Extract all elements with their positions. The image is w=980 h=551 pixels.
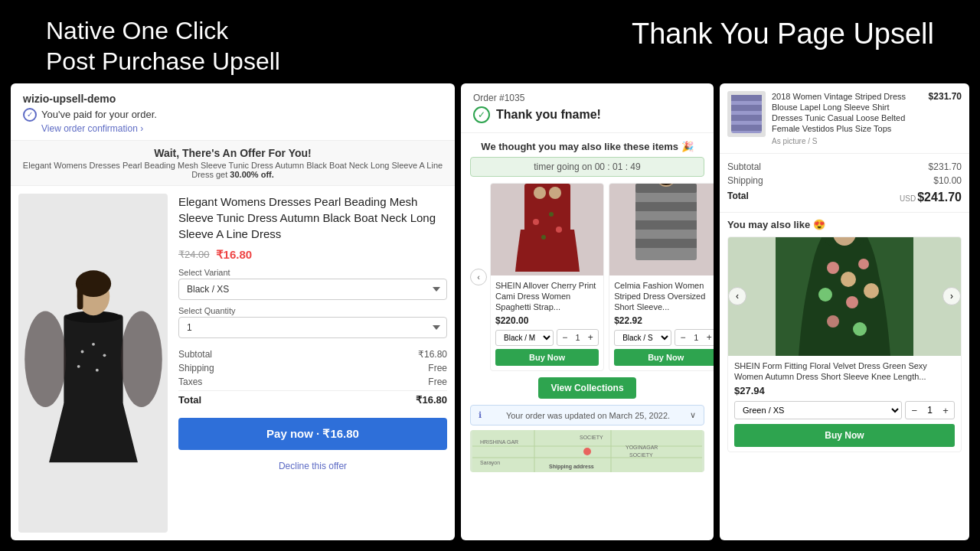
summary-product-variant: As picture / S xyxy=(772,137,923,145)
variant-label: Select Variant xyxy=(178,268,447,277)
svg-point-51 xyxy=(853,322,867,336)
upsell-next-arrow[interactable]: › xyxy=(942,287,961,305)
subtotal-label: Subtotal xyxy=(178,349,212,360)
product2-qty-plus[interactable]: + xyxy=(701,330,714,345)
map-svg: HRISHINA GAR SOCIETY YOGINAGAR SOCIETY S… xyxy=(472,430,702,472)
upsell-section: We thought you may also like these items… xyxy=(461,133,714,540)
summary-product-row: 2018 Women Vintage Striped Dress Blouse … xyxy=(720,83,969,154)
products-grid: SHEIN Allover Cherry Print Cami Dress Wo… xyxy=(490,183,714,372)
variant-group: Select Variant Black / XS Black / S Blac… xyxy=(178,268,447,300)
svg-text:Shipping address: Shipping address xyxy=(549,464,594,470)
floral-dress-svg xyxy=(728,237,961,356)
svg-point-11 xyxy=(95,369,98,372)
svg-point-17 xyxy=(556,227,562,233)
shipping-label: Shipping xyxy=(178,363,214,373)
product1-variant-select[interactable]: Black / M xyxy=(495,330,554,346)
upsell-product-name: SHEIN Form Fitting Floral Velvet Dress G… xyxy=(734,360,955,383)
totals: Subtotal ₹16.80 Shipping Free Taxes Free… xyxy=(178,347,447,407)
taxes-label: Taxes xyxy=(178,377,202,387)
product2-qty-val: 1 xyxy=(691,333,701,342)
variant-select[interactable]: Black / XS Black / S Black / M xyxy=(178,279,447,300)
summary-product-img xyxy=(727,91,766,137)
summary-subtotal-label: Subtotal xyxy=(727,161,761,172)
svg-point-50 xyxy=(827,315,839,328)
paid-row: ✓ You've paid for your order. xyxy=(23,108,443,122)
carousel-prev-btn[interactable]: ‹ xyxy=(470,269,487,285)
offer-title: Wait, There's An Offer For You! xyxy=(20,147,446,159)
svg-rect-28 xyxy=(472,457,702,458)
order-check-icon: ✓ xyxy=(473,106,490,123)
quantity-label: Select Quantity xyxy=(178,306,447,315)
product2-qty-control: − 1 + xyxy=(675,329,714,346)
svg-point-49 xyxy=(864,283,879,298)
svg-point-10 xyxy=(77,365,80,368)
product2-variant-select[interactable]: Black / S xyxy=(614,330,671,346)
shipping-value: Free xyxy=(428,363,447,373)
taxes-row: Taxes Free xyxy=(178,375,447,389)
svg-text:YOGINAGAR: YOGINAGAR xyxy=(626,445,658,450)
upsell-qty-plus[interactable]: + xyxy=(937,402,954,419)
svg-point-44 xyxy=(827,262,839,274)
shipping-row: Shipping Free xyxy=(178,361,447,375)
product1-qty-val: 1 xyxy=(573,333,583,342)
upsell-qty-minus[interactable]: − xyxy=(906,402,923,419)
expand-icon[interactable]: ∨ xyxy=(690,410,696,420)
upsell-buy-now-btn[interactable]: Buy Now xyxy=(734,424,955,447)
svg-rect-27 xyxy=(472,445,702,447)
pay-now-button[interactable]: Pay now · ₹16.80 xyxy=(178,418,447,450)
product1-buy-btn[interactable]: Buy Now xyxy=(495,349,599,366)
map-placeholder: HRISHINA GAR SOCIETY YOGINAGAR SOCIETY S… xyxy=(470,430,704,472)
paid-text: You've paid for your order. xyxy=(41,109,157,120)
total-row: Total ₹16.80 xyxy=(178,390,447,407)
summary-shipping-row: Shipping $10.00 xyxy=(727,174,962,187)
svg-rect-23 xyxy=(635,239,697,248)
paid-check-icon: ✓ xyxy=(23,108,37,122)
dress-img-1 xyxy=(509,184,586,276)
header-left: Native One Click Post Purchase Upsell xyxy=(46,15,280,76)
svg-rect-40 xyxy=(731,105,762,111)
svg-rect-29 xyxy=(534,430,535,472)
total-amount: $241.70 xyxy=(917,191,962,204)
timer-bar: timer going on 00 : 01 : 49 xyxy=(470,157,704,177)
svg-text:HRISHINA GAR: HRISHINA GAR xyxy=(480,439,518,445)
upsell-product-card-main: ‹ › SHEIN Form Fitting Floral Velvet Dre… xyxy=(727,236,962,453)
upsell-product-card-2: Celmia Fashion Women Striped Dress Overs… xyxy=(609,183,714,372)
product1-qty-minus[interactable]: − xyxy=(557,330,573,345)
upsell-prev-arrow[interactable]: ‹ xyxy=(728,287,746,305)
svg-rect-22 xyxy=(635,220,697,230)
quantity-select[interactable]: 1 2 3 xyxy=(178,317,447,338)
product2-buy-btn[interactable]: Buy Now xyxy=(614,349,714,366)
summary-shipping-label: Shipping xyxy=(727,175,763,186)
product-card-info-1: SHEIN Allover Cherry Print Cami Dress Wo… xyxy=(491,276,603,371)
svg-rect-30 xyxy=(610,430,612,472)
product1-qty-control: − 1 + xyxy=(557,329,599,346)
svg-rect-6 xyxy=(77,284,83,310)
upsell-qty-val: 1 xyxy=(923,405,937,416)
view-order-link[interactable]: View order confirmation › xyxy=(41,123,443,134)
product-card-price-2: $22.92 xyxy=(614,315,714,326)
decline-link[interactable]: Decline this offer xyxy=(178,461,447,471)
variant-qty-row-1: Black / M − 1 + xyxy=(495,329,599,346)
panel-body: Elegant Womens Dresses Pearl Beading Mes… xyxy=(11,186,455,540)
upsell-variant-select[interactable]: Green / XS xyxy=(734,401,902,419)
product-carousel: ‹ xyxy=(470,183,704,372)
product1-qty-plus[interactable]: + xyxy=(583,330,599,345)
svg-rect-42 xyxy=(731,125,762,131)
product-card-name-1: SHEIN Allover Cherry Print Cami Dress Wo… xyxy=(495,280,599,313)
panels: wizio-upsell-demo ✓ You've paid for your… xyxy=(0,83,980,551)
svg-text:Sarayon: Sarayon xyxy=(480,460,500,466)
subtotal-row: Subtotal ₹16.80 xyxy=(178,347,447,361)
order-header: Order #1035 ✓ Thank you fname! xyxy=(461,83,714,133)
product2-qty-minus[interactable]: − xyxy=(675,330,691,345)
taxes-value: Free xyxy=(428,377,447,387)
product-image-left xyxy=(18,194,168,533)
original-price: ₹24.00 xyxy=(178,249,210,260)
svg-point-13 xyxy=(534,187,546,199)
view-collections-btn[interactable]: View Collections xyxy=(538,377,635,399)
summary-product-price: $231.70 xyxy=(929,91,962,145)
svg-rect-39 xyxy=(731,95,762,101)
svg-point-47 xyxy=(818,288,832,302)
product-title: Elegant Womens Dresses Pearl Beading Mes… xyxy=(178,194,447,242)
usd-label: USD xyxy=(900,194,916,203)
summary-total-value: USD$241.70 xyxy=(900,191,962,204)
